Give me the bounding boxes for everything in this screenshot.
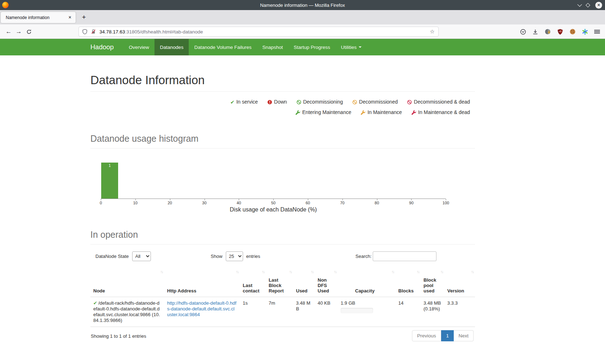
- nav-item-utilities[interactable]: Utilities: [336, 39, 367, 55]
- new-tab-button[interactable]: +: [79, 13, 89, 22]
- window-title: Namenode information — Mozilla Firefox: [0, 3, 605, 8]
- window-maximize-icon[interactable]: [586, 3, 590, 8]
- window-close-icon[interactable]: ×: [595, 2, 602, 9]
- col-header-version[interactable]: ↑↓Version: [444, 268, 475, 297]
- col-header-capacity[interactable]: ↑↓Capacity: [338, 268, 395, 297]
- col-header-last-block-report[interactable]: ↑↓Last Block Report: [266, 268, 293, 297]
- histogram-caption: Disk usage of each DataNode (%): [101, 206, 446, 213]
- back-icon[interactable]: ←: [4, 28, 14, 35]
- col-header-node[interactable]: ↑↓Node: [90, 268, 164, 297]
- status-legend: ✔In service Down Decommissioning Decommi…: [90, 97, 475, 118]
- cell-blocks: 14: [395, 297, 421, 327]
- shield-icon[interactable]: [82, 29, 88, 35]
- reload-icon[interactable]: [24, 28, 34, 35]
- menu-hamburger-icon[interactable]: [594, 29, 600, 34]
- histogram-section-title: Datanode usage histogram: [90, 133, 475, 144]
- cell-last-contact: 1s: [240, 297, 266, 327]
- sort-icon[interactable]: ↑↓: [262, 269, 264, 274]
- svg-text:uO: uO: [559, 30, 562, 32]
- legend-down: Down: [267, 99, 288, 105]
- tab-close-icon[interactable]: ×: [66, 14, 73, 21]
- col-header-block-pool-used[interactable]: ↑↓Block pool used: [421, 268, 444, 297]
- table-header-row: ↑↓Node ↑↓Http Address ↑↓Last contact ↑↓L…: [90, 268, 475, 297]
- bar-value-label: 1: [108, 163, 111, 168]
- tab-strip: Namenode information × +: [0, 10, 605, 24]
- x-tick: 40: [237, 201, 241, 205]
- url-host: 34.78.17.63: [99, 29, 125, 35]
- operation-section-title: In operation: [90, 229, 475, 240]
- x-tick: 30: [202, 201, 206, 205]
- legend-decommissioned-dead: Decommissioned & dead: [407, 99, 470, 105]
- sort-icon[interactable]: ↑↓: [471, 269, 474, 274]
- pocket-icon[interactable]: [520, 29, 526, 35]
- histogram-bar: 1: [101, 163, 118, 199]
- wrench-icon: [360, 108, 366, 118]
- sort-icon[interactable]: ↑↓: [391, 269, 394, 274]
- datanode-state-select[interactable]: All: [132, 251, 151, 261]
- tab-title: Namenode information: [6, 15, 66, 20]
- nav-item-datanodes[interactable]: Datanodes: [154, 39, 189, 55]
- x-tick: 10: [133, 201, 138, 205]
- nav-item-snapshot[interactable]: Snapshot: [257, 39, 288, 55]
- window-minimize-icon[interactable]: [577, 2, 582, 7]
- pagination: Previous 1 Next: [412, 330, 474, 341]
- wrench-icon: [411, 108, 416, 118]
- x-tick: 60: [306, 201, 310, 205]
- col-header-http-address[interactable]: ↑↓Http Address: [164, 268, 240, 297]
- x-tick: 70: [340, 201, 344, 205]
- browser-toolbar: ← → 34.78.17.63:31805/dfshealth.html#tab…: [0, 24, 605, 39]
- navbar-brand[interactable]: Hadoop: [90, 39, 119, 55]
- cell-used: 3.48 MB: [293, 297, 315, 327]
- col-header-used[interactable]: ↑↓Used: [293, 268, 315, 297]
- show-entries-select[interactable]: 25: [226, 251, 243, 261]
- tab-namenode-information[interactable]: Namenode information ×: [1, 12, 76, 23]
- forward-icon[interactable]: →: [14, 28, 24, 35]
- downloads-icon[interactable]: [532, 29, 538, 35]
- show-label: Show: [211, 254, 223, 259]
- insecure-lock-icon[interactable]: [91, 29, 96, 35]
- url-path: :31805/dfshealth.html#tab-datanode: [125, 29, 203, 35]
- histogram-plot-area: 1: [101, 163, 446, 199]
- entries-summary: Showing 1 to 1 of 1 entries: [91, 333, 146, 339]
- cell-capacity: 1.9 GB: [338, 297, 395, 327]
- chevron-down-icon: [359, 46, 362, 48]
- sort-icon[interactable]: ↑↓: [311, 269, 313, 274]
- page-1-button[interactable]: 1: [441, 330, 454, 341]
- ublock-origin-icon[interactable]: uO: [557, 29, 563, 35]
- sort-icon[interactable]: ↑↓: [334, 269, 336, 274]
- ban-icon: [407, 97, 412, 107]
- legend-in-service: ✔In service: [230, 99, 259, 105]
- nav-item-datanode-volume-failures[interactable]: Datanode Volume Failures: [189, 39, 257, 55]
- search-input[interactable]: [373, 251, 436, 261]
- url-bar[interactable]: 34.78.17.63:31805/dfshealth.html#tab-dat…: [79, 27, 439, 37]
- sort-icon[interactable]: ↑↓: [160, 269, 163, 274]
- cell-node: ✔/default-rack/hdfs-datanode-default-0.h…: [90, 297, 164, 327]
- divider: [90, 91, 475, 92]
- bookmark-star-icon[interactable]: ☆: [430, 28, 435, 35]
- ban-icon: [352, 97, 357, 107]
- col-header-last-contact[interactable]: ↑↓Last contact: [240, 268, 266, 297]
- sort-icon[interactable]: ↑↓: [289, 269, 292, 274]
- cell-non-dfs-used: 40 KB: [315, 297, 338, 327]
- pinwheel-extension-icon[interactable]: [582, 29, 588, 35]
- next-page-button[interactable]: Next: [454, 330, 474, 341]
- table-footer: Showing 1 to 1 of 1 entries Previous 1 N…: [90, 330, 475, 345]
- x-tick: 80: [375, 201, 379, 205]
- x-tick: 0: [100, 201, 102, 205]
- previous-page-button[interactable]: Previous: [412, 330, 441, 341]
- url-text[interactable]: 34.78.17.63:31805/dfshealth.html#tab-dat…: [99, 29, 430, 35]
- histogram-x-axis: 0 10 20 30 40 50 60 70 80 90 100: [101, 199, 446, 206]
- nav-item-startup-progress[interactable]: Startup Progress: [288, 39, 336, 55]
- table-controls: DataNode State All Show 25 entries Searc…: [90, 251, 475, 262]
- sort-icon[interactable]: ↑↓: [236, 269, 238, 274]
- cookie-icon[interactable]: [569, 28, 576, 35]
- nav-item-overview[interactable]: Overview: [124, 39, 154, 55]
- x-tick: 90: [409, 201, 413, 205]
- datanode-http-link[interactable]: http://hdfs-datanode-default-0.hdfs-data…: [167, 300, 236, 317]
- sort-icon[interactable]: ↑↓: [440, 269, 443, 274]
- extension-icon[interactable]: [544, 28, 551, 35]
- sort-icon[interactable]: ↑↓: [417, 269, 419, 274]
- col-header-non-dfs-used[interactable]: ↑↓Non DFS Used: [315, 268, 338, 297]
- datanode-usage-histogram: 1 0 10 20 30 40 50 60 70 80 90 100 Disk …: [90, 149, 475, 213]
- col-header-blocks[interactable]: ↑↓Blocks: [395, 268, 421, 297]
